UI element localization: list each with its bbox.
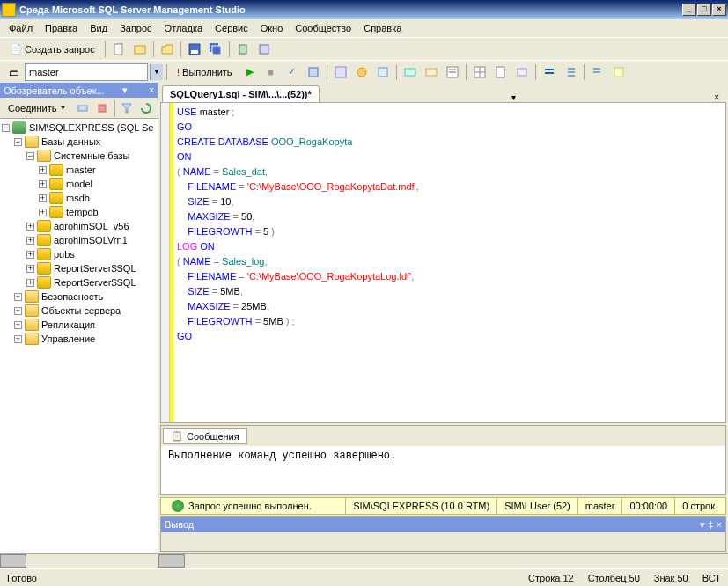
code-content[interactable]: USE master ; GO CREATE DATABASE OOO_Roga… (173, 103, 725, 422)
menu-query[interactable]: Запрос (114, 21, 157, 35)
properties-button[interactable] (254, 40, 274, 59)
output-pin-icon[interactable]: ▾ ‡ × (700, 519, 722, 531)
tree-security[interactable]: +Безопасность (2, 289, 156, 304)
disconnect-button[interactable] (73, 99, 92, 118)
tree-db-master[interactable]: +master (2, 163, 156, 177)
object-tree[interactable]: −SIM\SQLEXPRESS (SQL Se −Базы данных −Си… (0, 119, 158, 553)
filter-button[interactable] (118, 99, 136, 118)
svg-point-10 (357, 68, 366, 77)
save-all-button[interactable] (206, 40, 225, 59)
tab-close-button[interactable]: × (709, 92, 724, 102)
play-icon: ▶ (246, 66, 254, 77)
query-options-button[interactable] (352, 62, 371, 82)
minimize-button[interactable]: _ (682, 4, 696, 16)
pin-icon[interactable]: ▾ (122, 84, 128, 96)
object-explorer-toolbar: Соединить▼ (0, 98, 158, 119)
save-button[interactable] (185, 40, 204, 59)
menu-debug[interactable]: Отладка (159, 21, 208, 35)
tree-db-user-2[interactable]: +pubs (2, 247, 156, 261)
close-button[interactable]: × (712, 4, 726, 16)
editor-tab[interactable]: SQLQuery1.sql - SIM\...\...(52))* (162, 85, 320, 102)
editor-hscroll[interactable] (158, 553, 728, 568)
tree-hscroll[interactable] (0, 553, 158, 568)
messages-tab[interactable]: 📋 Сообщения (163, 428, 247, 444)
stop-button[interactable]: ■ (261, 62, 281, 82)
tree-db-user-1[interactable]: +agrohimSQLVrn1 (2, 233, 156, 247)
database-combo-arrow[interactable]: ▼ (150, 64, 163, 80)
titlebar: Среда Microsoft SQL Server Management St… (0, 0, 728, 19)
svg-rect-11 (379, 68, 387, 77)
stop-button-2[interactable] (93, 99, 112, 118)
object-explorer-panel: Обозреватель объек... ▾ × Соединить▼ −SI… (0, 83, 158, 568)
editor-panel: SQLQuery1.sql - SIM\...\...(52))* ▾ × US… (158, 83, 728, 568)
status-user: SIM\LUser (52) (496, 498, 577, 514)
tree-db-user-4[interactable]: +ReportServer$SQL (2, 275, 156, 289)
status-char: Знак 50 (654, 573, 688, 583)
output-panel: Вывод ▾ ‡ × (160, 516, 726, 552)
panel-close-button[interactable]: × (149, 85, 154, 95)
maximize-button[interactable]: □ (697, 4, 711, 16)
menu-service[interactable]: Сервис (210, 21, 254, 35)
debug-button[interactable]: ▶ (240, 62, 260, 82)
window-title: Среда Microsoft SQL Server Management St… (19, 4, 246, 15)
menu-window[interactable]: Окно (255, 21, 289, 35)
activity-button[interactable] (233, 40, 253, 59)
status-line: Строка 12 (528, 573, 574, 583)
new-file-button[interactable] (109, 40, 129, 59)
messages-content[interactable]: Выполнение команд успешно завершено. (161, 446, 725, 494)
editor-gutter (161, 103, 170, 422)
menu-help[interactable]: Справка (358, 21, 407, 35)
menu-view[interactable]: Вид (85, 21, 113, 35)
include-plan-button[interactable] (401, 62, 420, 82)
tree-databases-node[interactable]: −Базы данных (2, 135, 156, 149)
results-text-button[interactable] (443, 62, 462, 82)
tree-server-objects[interactable]: +Объекты сервера (2, 304, 156, 318)
parse-button[interactable]: ✓ (283, 62, 302, 82)
svg-rect-12 (405, 69, 415, 76)
tree-replication[interactable]: +Репликация (2, 318, 156, 332)
intellisense-button[interactable] (373, 62, 393, 82)
indent-button[interactable] (561, 62, 580, 82)
tab-strip: SQLQuery1.sql - SIM\...\...(52))* ▾ × (158, 83, 728, 102)
new-query-button[interactable]: 📄 Создать запрос (4, 40, 101, 57)
svg-rect-5 (212, 46, 221, 55)
open-button[interactable] (158, 40, 177, 59)
estimated-plan-button[interactable] (331, 62, 350, 82)
tree-management[interactable]: +Управление (2, 332, 156, 346)
tree-db-tempdb[interactable]: +tempdb (2, 205, 156, 219)
specify-values-button[interactable] (609, 62, 629, 82)
results-grid-button[interactable] (470, 62, 489, 82)
tab-nav-arrow[interactable]: ▾ (506, 92, 521, 102)
tree-db-user-3[interactable]: +ReportServer$SQL (2, 261, 156, 275)
tree-sysdb-node[interactable]: −Системные базы (2, 149, 156, 163)
tree-db-model[interactable]: +model (2, 177, 156, 191)
database-combo[interactable]: master (25, 63, 148, 81)
results-file-button[interactable] (491, 62, 511, 82)
db-icon-button[interactable]: 🗃 (4, 62, 23, 82)
include-stats-button[interactable] (422, 62, 441, 82)
outdent-button[interactable] (588, 62, 607, 82)
status-server: SIM\SQLEXPRESS (10.0 RTM) (345, 498, 496, 514)
uncomment-button[interactable] (540, 62, 559, 82)
tree-db-user-0[interactable]: +agrohimSQL_v56 (2, 219, 156, 233)
svg-rect-7 (260, 45, 268, 54)
execute-icon: ! (177, 67, 180, 77)
comment-button[interactable] (512, 62, 532, 82)
svg-rect-3 (191, 50, 198, 54)
code-editor[interactable]: USE master ; GO CREATE DATABASE OOO_Roga… (160, 102, 726, 423)
svg-rect-1 (135, 46, 145, 54)
execute-button[interactable]: ! Выполнить (171, 64, 239, 80)
tree-server-node[interactable]: −SIM\SQLEXPRESS (SQL Se (2, 121, 156, 135)
cancel-button[interactable] (304, 62, 323, 82)
status-rows: 0 строк (674, 498, 722, 514)
refresh-button[interactable] (137, 99, 156, 118)
svg-rect-0 (114, 44, 122, 55)
tree-db-msdb[interactable]: +msdb (2, 191, 156, 205)
connect-button[interactable]: Соединить▼ (2, 100, 72, 116)
check-icon: ✓ (288, 66, 296, 77)
query-status-strip: Запрос успешно выполнен. SIM\SQLEXPRESS … (160, 497, 726, 515)
menu-file[interactable]: Файл (4, 21, 38, 35)
menu-community[interactable]: Сообщество (290, 21, 357, 35)
menu-edit[interactable]: Правка (40, 21, 83, 35)
new-project-button[interactable] (130, 40, 150, 59)
